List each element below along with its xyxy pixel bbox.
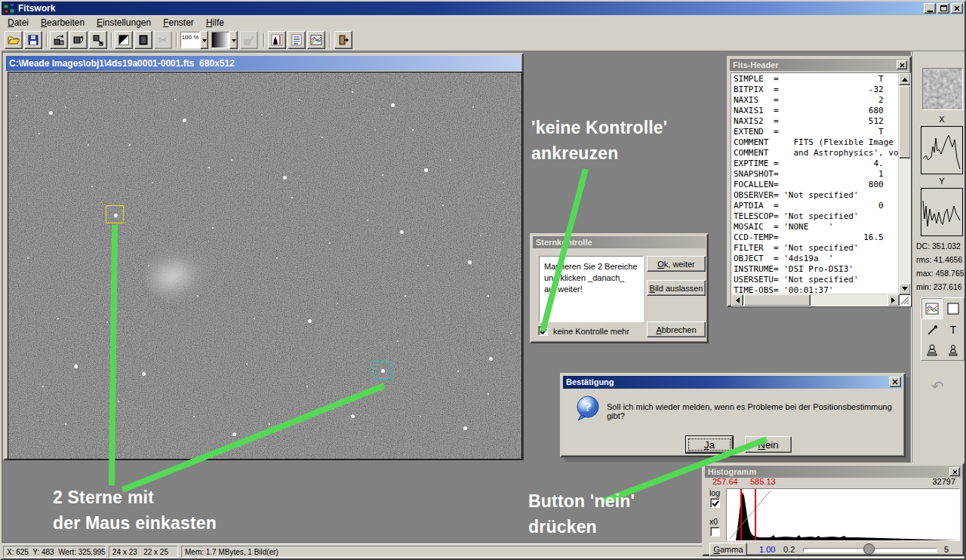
fits-header-titlebar[interactable]: Fits-Header xyxy=(730,59,909,71)
tool-image-button[interactable] xyxy=(921,298,943,319)
sternkontrolle-message: Markieren Sie 2 Bereiche und klicken _da… xyxy=(539,256,644,322)
fits-header-text: SIMPLE = T BITPIX = -32 NAXIS = 2 NAXIS1… xyxy=(734,74,899,296)
image-curves-icon xyxy=(310,34,322,46)
minimize-icon xyxy=(927,11,933,12)
zoom-level-box[interactable]: 100 % xyxy=(180,32,200,48)
minimize-button[interactable] xyxy=(924,3,936,14)
status-position: X: 625 Y: 483 Wert: 325.995 xyxy=(3,546,106,558)
frame-button[interactable] xyxy=(134,31,152,49)
invert-icon xyxy=(118,34,130,46)
maximize-icon xyxy=(940,5,947,11)
question-icon: ? xyxy=(575,395,601,421)
menu-item-fenster[interactable]: Fenster xyxy=(157,16,200,29)
bild-auslassen-button[interactable]: Bild auslassen xyxy=(647,280,706,296)
tool-stamp-left-button[interactable] xyxy=(921,340,943,362)
confirm-title: Bestätigung xyxy=(566,376,614,389)
histogram-plot[interactable] xyxy=(726,488,960,541)
fits-header-title: Fits-Header xyxy=(733,59,779,71)
scroll-up-button[interactable] xyxy=(899,73,911,85)
maximize-button[interactable] xyxy=(937,3,949,14)
close-icon xyxy=(900,63,905,68)
confirm-titlebar[interactable]: Bestätigung xyxy=(563,376,903,389)
gamma-button[interactable]: Gamma xyxy=(709,543,747,556)
exit-door-icon xyxy=(337,34,349,46)
abbrechen-button[interactable]: Abbrechen xyxy=(647,322,706,337)
zoom-dropdown-button[interactable] xyxy=(200,31,208,49)
fits-header-list-button[interactable] xyxy=(288,31,306,49)
annotation-button-note: Button 'nein' drücken xyxy=(528,488,635,540)
app-title: Fitswork xyxy=(18,3,55,14)
fits-header-content[interactable]: SIMPLE = T BITPIX = -32 NAXIS = 2 NAXIS1… xyxy=(731,72,911,306)
invert-button[interactable] xyxy=(115,31,133,49)
menu-item-einstellungen[interactable]: Einstellungen xyxy=(91,16,157,29)
gamma-slider-thumb[interactable] xyxy=(863,543,875,555)
histogram-title: Histogramm xyxy=(708,466,756,478)
horizontal-scrollbar[interactable] xyxy=(731,294,900,306)
dark-frame-icon xyxy=(137,34,149,46)
ja-button[interactable]: Ja xyxy=(686,436,733,453)
sternkontrolle-title: Sternkontrolle xyxy=(536,236,592,248)
ok-weiter-button[interactable]: Ok, weiter xyxy=(647,256,706,272)
fits-header-window: Fits-Header SIMPLE = T BITPIX = -32 NAXI… xyxy=(727,56,912,307)
palette-gradient-box[interactable] xyxy=(211,32,229,48)
confirm-close-button[interactable] xyxy=(889,377,901,387)
open-file-button[interactable] xyxy=(5,31,23,49)
cut-button[interactable]: ✂ xyxy=(154,31,172,49)
histogram-marker-high: 585.13 xyxy=(750,477,776,486)
histogram-window: Histogramm 257.64 585.13 32797 log x0 Ga… xyxy=(702,463,964,556)
close-button[interactable] xyxy=(951,3,963,14)
starfield-image[interactable] xyxy=(8,72,522,460)
move-image-button[interactable] xyxy=(89,31,107,49)
gamma-value: 1.00 xyxy=(759,545,775,554)
star-marker-cyan xyxy=(374,362,391,379)
tool-stamp-right-button[interactable] xyxy=(943,340,964,362)
save-button[interactable] xyxy=(24,31,42,49)
stat-min: min: 237.616 xyxy=(916,282,962,291)
scroll-left-button[interactable] xyxy=(731,294,743,306)
wand-button[interactable] xyxy=(240,31,258,49)
sternkontrolle-titlebar[interactable]: Sternkontrolle xyxy=(533,236,706,248)
x0-checkbox[interactable] xyxy=(710,527,720,537)
x-profile-label: X xyxy=(921,115,962,124)
nein-button[interactable]: Nein xyxy=(745,436,792,453)
scissors-icon: ✂ xyxy=(158,34,168,46)
open-folder-icon xyxy=(8,34,20,46)
rotate-image-button[interactable] xyxy=(69,31,88,49)
undo-icon[interactable]: ↶ xyxy=(931,377,944,395)
scrollbar-thumb[interactable] xyxy=(744,294,811,306)
histogram-max-value: 32797 xyxy=(932,477,955,486)
image-window-titlebar[interactable]: C:\Meade Images\obj1\4ds19a0001-0001.fts… xyxy=(6,56,521,71)
app-titlebar[interactable]: Fitswork xyxy=(2,2,964,15)
list-icon xyxy=(291,34,303,46)
image-display-button[interactable] xyxy=(307,31,325,49)
exit-button[interactable] xyxy=(334,31,352,49)
image-undo-icon xyxy=(53,34,65,46)
annotation-check-note: 'keine Kontrolle' ankreuzen xyxy=(531,115,667,166)
scroll-down-button[interactable] xyxy=(899,283,911,295)
fits-header-close-button[interactable] xyxy=(897,60,907,69)
keine-kontrolle-checkbox[interactable] xyxy=(538,326,548,336)
tool-pipette-button[interactable] xyxy=(921,319,943,340)
floppy-icon xyxy=(27,34,39,46)
magnifier-thumbnail xyxy=(922,68,963,110)
histogram-close-button[interactable] xyxy=(949,467,960,476)
menu-bar: Datei Bearbeiten Einstellungen Fenster H… xyxy=(2,15,964,29)
scrollbar-thumb[interactable] xyxy=(899,86,911,158)
menu-item-hilfe[interactable]: Hilfe xyxy=(200,16,230,29)
tool-rectangle-button[interactable] xyxy=(943,298,964,319)
stamp-icon xyxy=(948,344,958,358)
pipette-icon xyxy=(926,324,938,336)
histogram-titlebar[interactable]: Histogramm xyxy=(705,466,961,478)
y-profile-plot xyxy=(921,188,963,236)
tool-text-button[interactable]: T xyxy=(943,319,964,340)
vertical-scrollbar[interactable] xyxy=(898,73,910,295)
palette-dropdown-button[interactable] xyxy=(229,31,238,49)
scroll-right-button[interactable] xyxy=(888,294,900,306)
menu-item-bearbeiten[interactable]: Bearbeiten xyxy=(35,16,91,29)
keine-kontrolle-label: keine Kontrolle mehr xyxy=(553,327,629,336)
resize-grip-icon[interactable] xyxy=(900,295,909,305)
histogram-button[interactable] xyxy=(268,31,286,49)
log-checkbox[interactable] xyxy=(710,498,720,508)
menu-item-datei[interactable]: Datei xyxy=(2,16,35,29)
undo-image-button[interactable] xyxy=(50,31,68,49)
